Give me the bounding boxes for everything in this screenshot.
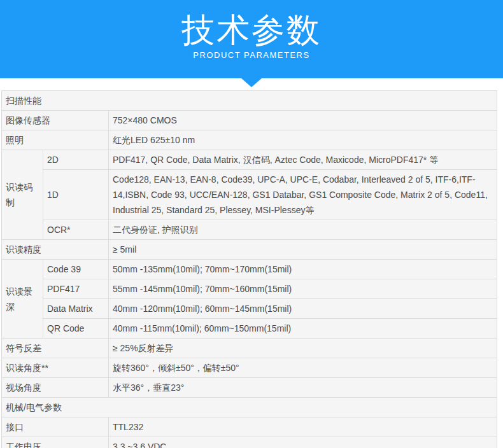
row-value: 旋转360°，倾斜±50°，偏转±50° [109, 358, 497, 378]
table-row: 照明 红光LED 625±10 nm [2, 130, 497, 150]
row-value: 752×480 CMOS [109, 111, 497, 130]
sub-label: Data Matrix [43, 299, 109, 319]
spec-table: 扫描性能 图像传感器 752×480 CMOS 照明 红光LED 625±10 … [1, 90, 497, 448]
row-label: 识读精度 [2, 240, 109, 260]
row-value: 50mm -135mm(10mil); 70mm~170mm(15mil) [109, 260, 497, 279]
row-label: 工作电压 [2, 437, 109, 448]
sub-label: Code 39 [43, 260, 109, 279]
row-value: PDF417, QR Code, Data Matrix, 汉信码, Aztec… [109, 150, 497, 170]
banner-title: 技术参数 [0, 0, 503, 48]
table-row: QR Code 40mm -115mm(10mil); 60mm~150mm(1… [2, 319, 497, 339]
sub-label: QR Code [43, 319, 109, 339]
sub-label: 1D [43, 170, 109, 220]
row-value: ≥ 25%反射差异 [109, 339, 497, 358]
row-value: 40mm -115mm(10mil); 60mm~150mm(15mil) [109, 319, 497, 339]
row-value: 40mm -120mm(10mil); 60mm~145mm(15mil) [109, 299, 497, 319]
section-title: 机械/电气参数 [2, 398, 497, 417]
section-title: 扫描性能 [2, 91, 497, 111]
row-value: Code128, EAN-13, EAN-8, Code39, UPC-A, U… [109, 170, 497, 220]
group-label: 识读码制 [2, 150, 43, 240]
product-parameters-banner: 技术参数 PRODUCT PARAMETERS [0, 0, 503, 78]
banner-subtitle: PRODUCT PARAMETERS [0, 50, 503, 60]
row-label: 符号反差 [2, 339, 109, 358]
table-row: 识读景深 Code 39 50mm -135mm(10mil); 70mm~17… [2, 260, 497, 279]
table-row: 视场角度 水平36°，垂直23° [2, 378, 497, 398]
table-row: 识读角度** 旋转360°，倾斜±50°，偏转±50° [2, 358, 497, 378]
table-row: 识读精度 ≥ 5mil [2, 240, 497, 260]
table-row: PDF417 55mm -145mm(10mil); 70mm~160mm(15… [2, 279, 497, 299]
row-label: 接口 [2, 417, 109, 437]
table-row: 图像传感器 752×480 CMOS [2, 111, 497, 130]
table-row: 识读码制 2D PDF417, QR Code, Data Matrix, 汉信… [2, 150, 497, 170]
sub-label: PDF417 [43, 279, 109, 299]
row-label: 照明 [2, 130, 109, 150]
table-row: 符号反差 ≥ 25%反射差异 [2, 339, 497, 358]
sub-label: 2D [43, 150, 109, 170]
table-row: 接口 TTL232 [2, 417, 497, 437]
row-value: 3.3 ~3.6 VDC [109, 437, 497, 448]
row-value: ≥ 5mil [109, 240, 497, 260]
banner-pointer-triangle [241, 78, 262, 87]
group-label: 识读景深 [2, 260, 43, 339]
section-row: 机械/电气参数 [2, 398, 497, 417]
table-row: Data Matrix 40mm -120mm(10mil); 60mm~145… [2, 299, 497, 319]
sub-label: OCR* [43, 220, 109, 240]
row-value: 二代身份证, 护照识别 [109, 220, 497, 240]
row-label: 图像传感器 [2, 111, 109, 130]
section-row: 扫描性能 [2, 91, 497, 111]
row-value: 红光LED 625±10 nm [109, 130, 497, 150]
row-value: 水平36°，垂直23° [109, 378, 497, 398]
spec-table-container: 扫描性能 图像传感器 752×480 CMOS 照明 红光LED 625±10 … [1, 90, 497, 448]
row-value: 55mm -145mm(10mil); 70mm~160mm(15mil) [109, 279, 497, 299]
row-label: 视场角度 [2, 378, 109, 398]
row-value: TTL232 [109, 417, 497, 437]
row-label: 识读角度** [2, 358, 109, 378]
table-row: OCR* 二代身份证, 护照识别 [2, 220, 497, 240]
table-row: 工作电压 3.3 ~3.6 VDC [2, 437, 497, 448]
table-row: 1D Code128, EAN-13, EAN-8, Code39, UPC-A… [2, 170, 497, 220]
